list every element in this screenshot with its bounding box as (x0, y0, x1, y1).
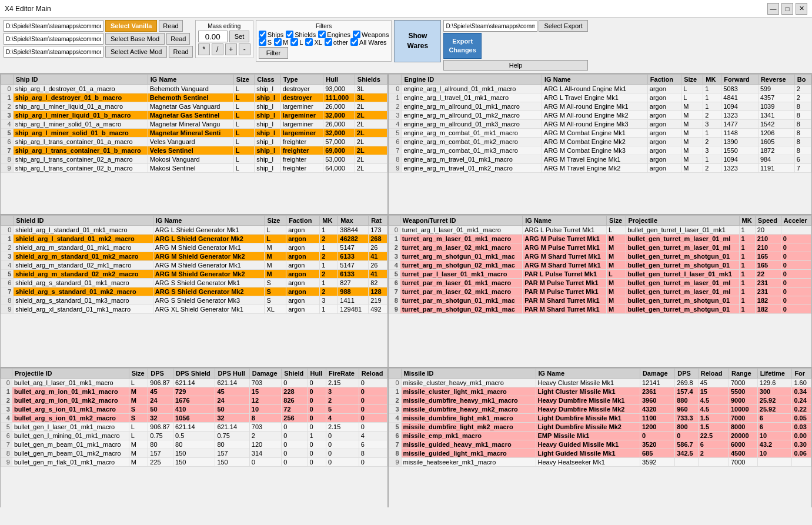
engines-filter[interactable]: Engines (318, 31, 350, 38)
select-vanilla-button[interactable]: Select Vanilla (105, 20, 157, 32)
subtract-button[interactable]: - (239, 44, 250, 55)
shields-col-max[interactable]: Max (338, 216, 369, 226)
table-row[interactable]: 7missile_guided_heavy_mk1_macroHeavy Gui… (389, 440, 811, 449)
maximize-button[interactable]: □ (781, 3, 793, 15)
ships-col-class[interactable]: Class (255, 75, 280, 85)
table-row[interactable]: 5engine_arg_m_combat_01_mk1_macroARG M C… (389, 129, 811, 138)
active-mod-path-input[interactable] (4, 46, 103, 58)
table-row[interactable]: 6shield_arg_s_standard_01_mk1_macroARG S… (1, 279, 387, 287)
select-active-mod-button[interactable]: Select Active Mod (105, 46, 167, 58)
shields-col-id[interactable]: Shield ID (14, 216, 153, 226)
table-row[interactable]: 4engine_arg_m_allround_01_mk3_macroARG M… (389, 120, 811, 129)
proj-col-size[interactable]: Size (129, 369, 148, 379)
ships-col-igname[interactable]: IG Name (148, 75, 233, 85)
table-row[interactable]: 9bullet_gen_m_flak_01_mk1_macroM22515015… (1, 458, 387, 467)
table-row[interactable]: 0engine_arg_l_allround_01_mk1_macroARG L… (389, 85, 811, 93)
ships-col-shields[interactable]: Shields (355, 75, 387, 85)
read-button-3[interactable]: Read (169, 46, 192, 58)
engines-col-forward[interactable]: Forward (721, 75, 758, 85)
all-wares-checkbox[interactable] (350, 38, 358, 46)
table-row[interactable]: 4turret_arg_m_shotgun_02_mk1_macARG M Sh… (389, 261, 811, 270)
select-base-mod-button[interactable]: Select Base Mod (105, 33, 165, 45)
filter-button[interactable]: Filter (259, 47, 288, 59)
read-button-1[interactable]: Read (159, 20, 182, 32)
proj-col-damage[interactable]: Damage (249, 369, 282, 379)
weapons-table-container[interactable]: Weapon/Turret ID IG Name Size Projectile… (389, 215, 811, 367)
xl-filter[interactable]: XL (305, 38, 322, 46)
engines-col-bo[interactable]: Bo (794, 75, 811, 85)
table-row[interactable]: 8engine_arg_m_travel_01_mk1_macroARG M T… (389, 155, 811, 164)
xl-checkbox[interactable] (305, 38, 313, 46)
ships-checkbox[interactable] (259, 31, 266, 38)
table-row[interactable]: 4missile_dumbfire_light_mk1_macroLight D… (389, 414, 811, 423)
proj-col-reload[interactable]: Reload (359, 369, 387, 379)
table-row[interactable]: 4shield_arg_m_standard_02_mk1_macroARG M… (1, 261, 387, 270)
ships-col-id[interactable]: Ship ID (13, 75, 148, 85)
proj-col-dps[interactable]: DPS (148, 369, 173, 379)
table-row[interactable]: 3bullet_arg_s_ion_01_mk1_macroS504105010… (1, 405, 387, 414)
m-checkbox[interactable] (274, 38, 282, 46)
set-button[interactable]: Set (229, 31, 250, 42)
vanilla-path-input[interactable] (4, 20, 103, 32)
shields-col-faction[interactable]: Faction (286, 216, 320, 226)
weapons-col-accel[interactable]: Acceler (781, 216, 811, 226)
minimize-button[interactable]: — (767, 3, 779, 15)
table-row[interactable]: 0missile_cluster_heavy_mk1_macroHeavy Cl… (389, 379, 811, 387)
weapons-col-speed[interactable]: Speed (755, 216, 781, 226)
table-row[interactable]: 7shield_arg_s_standard_01_mk2_macroARG S… (1, 287, 387, 296)
proj-col-dps-shield[interactable]: DPS Shield (173, 369, 215, 379)
miss-col-reload[interactable]: Reload (698, 369, 729, 379)
table-row[interactable]: 2ship_arg_l_miner_liquid_01_a_macroMagne… (1, 102, 387, 111)
table-row[interactable]: 9missile_heatseeker_mk1_macroHeavy Heats… (389, 458, 811, 467)
weapons-col-igname[interactable]: IG Name (523, 216, 607, 226)
s-filter[interactable]: S (259, 38, 272, 46)
engines-col-mk[interactable]: MK (703, 75, 721, 85)
proj-col-firerate[interactable]: FireRate (326, 369, 359, 379)
table-row[interactable]: 2turret_arg_m_laser_02_mk1_macroARG M Pu… (389, 243, 811, 252)
table-row[interactable]: 7ship_arg_l_trans_container_01_b_macroVe… (1, 146, 387, 155)
miss-col-id[interactable]: Missile ID (401, 369, 536, 379)
table-row[interactable]: 9ship_arg_l_trans_container_02_b_macroMa… (1, 164, 387, 173)
miss-col-range[interactable]: Range (729, 369, 758, 379)
proj-col-id[interactable]: Projectile ID (12, 369, 129, 379)
proj-col-dps-hull[interactable]: DPS Hull (215, 369, 249, 379)
table-row[interactable]: 1shield_arg_l_standard_01_mk2_macroARG L… (1, 235, 387, 243)
table-row[interactable]: 1ship_arg_l_destroyer_01_b_macroBehemoth… (1, 93, 387, 102)
weapons-col-projectile[interactable]: Projectile (626, 216, 739, 226)
miss-col-for[interactable]: For (792, 369, 811, 379)
table-row[interactable]: 6missile_emp_mk1_macroEMP Missile Mk1002… (389, 432, 811, 440)
engines-checkbox[interactable] (318, 31, 326, 38)
select-export-button[interactable]: Select Export (539, 20, 587, 32)
s-checkbox[interactable] (259, 38, 266, 46)
engines-col-faction[interactable]: Faction (647, 75, 681, 85)
miss-col-lifetime[interactable]: Lifetime (757, 369, 792, 379)
table-row[interactable]: 3turret_arg_m_shotgun_01_mk1_macARG M Sh… (389, 252, 811, 261)
add-button[interactable]: + (225, 44, 237, 55)
table-row[interactable]: 7turret_par_m_laser_02_mk1_macroPAR M Pu… (389, 287, 811, 296)
shields-col-rat[interactable]: Rat (369, 216, 387, 226)
table-row[interactable]: 6engine_arg_m_combat_01_mk2_macroARG M C… (389, 138, 811, 146)
table-row[interactable]: 0ship_arg_l_destroyer_01_a_macroBehemoth… (1, 85, 387, 93)
divide-button[interactable]: / (212, 44, 223, 55)
table-row[interactable]: 5missile_dumbfire_light_mk2_macroLight D… (389, 423, 811, 432)
miss-col-damage[interactable]: Damage (640, 369, 674, 379)
ships-table-container[interactable]: Ship ID IG Name Size Class Type Hull Shi… (1, 74, 387, 214)
base-mod-path-input[interactable] (4, 33, 103, 45)
l-checkbox[interactable] (290, 38, 298, 46)
miss-col-dps[interactable]: DPS (675, 369, 699, 379)
export-changes-button[interactable]: Export Changes (443, 33, 481, 59)
shields-filter[interactable]: Shields (286, 31, 316, 38)
table-row[interactable]: 8missile_guided_light_mk1_macroLight Gui… (389, 449, 811, 458)
table-row[interactable]: 4bullet_arg_s_ion_01_mk2_macroS321056328… (1, 414, 387, 423)
table-row[interactable]: 2bullet_arg_m_ion_01_mk2_macroM241676241… (1, 396, 387, 405)
table-row[interactable]: 4ship_arg_l_miner_solid_01_a_macroMagnet… (1, 120, 387, 129)
engines-col-size[interactable]: Size (681, 75, 703, 85)
engines-col-reverse[interactable]: Reverse (758, 75, 794, 85)
export-path-input[interactable] (443, 20, 537, 32)
table-row[interactable]: 1engine_arg_l_travel_01_mk1_macroARG L T… (389, 93, 811, 102)
shields-checkbox[interactable] (286, 31, 293, 38)
help-button[interactable]: Help (443, 60, 587, 71)
table-row[interactable]: 0turret_arg_l_laser_01_mk1_macroARG L Pu… (389, 226, 811, 235)
shields-col-size[interactable]: Size (265, 216, 286, 226)
table-row[interactable]: 3shield_arg_m_standard_01_mk2_macroARG M… (1, 252, 387, 261)
